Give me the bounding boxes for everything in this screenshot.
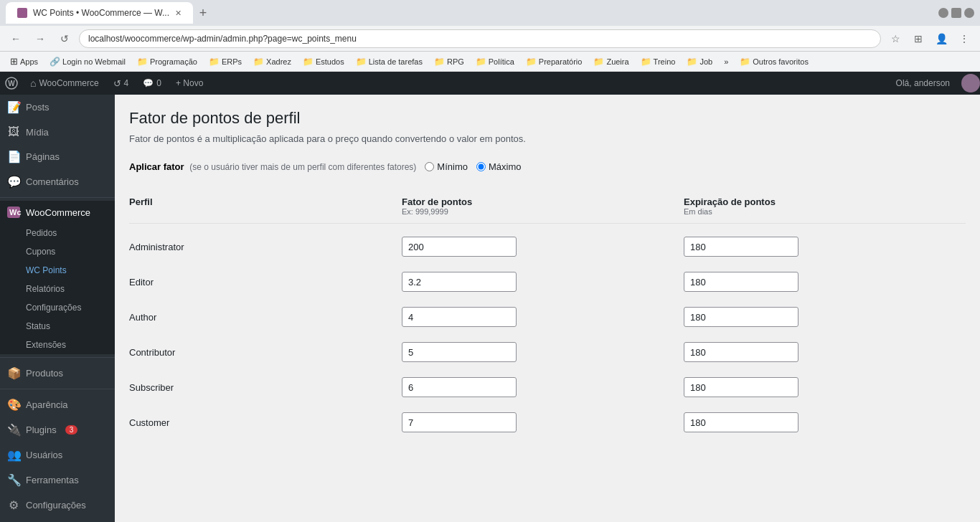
sidebar-sub-extensoes[interactable]: Extensões xyxy=(0,336,115,354)
col-header-fator: Fator de pontos Ex: 999,9999 xyxy=(402,196,684,216)
radio-minimo-label[interactable]: Mínimo xyxy=(425,161,468,172)
col-header-perfil: Perfil xyxy=(129,196,402,216)
table-header: Perfil Fator de pontos Ex: 999,9999 Expi… xyxy=(129,189,966,224)
sidebar-sub-pedidos[interactable]: Pedidos xyxy=(0,224,115,242)
admin-avatar[interactable] xyxy=(961,74,980,92)
expiracao-input-5[interactable] xyxy=(684,412,798,432)
sidebar-item-ferramentas[interactable]: 🔧 Ferramentas xyxy=(0,468,115,493)
comentarios-icon: 💬 xyxy=(7,175,20,189)
admin-bar-site[interactable]: ⌂ WooCommerce xyxy=(23,72,106,95)
back-button[interactable]: ← xyxy=(6,29,26,49)
bookmark-preparatorio[interactable]: 📁 Preparatório xyxy=(522,55,587,68)
table-row: Administrator xyxy=(129,229,966,265)
profile-name-4: Subscriber xyxy=(129,382,402,393)
expiracao-input-1[interactable] xyxy=(684,272,798,292)
new-tab-button[interactable]: + xyxy=(193,3,213,23)
configuracoes2-icon: ⚙ xyxy=(7,498,20,512)
bookmark-politica[interactable]: 📁 Política xyxy=(471,55,519,68)
sidebar-item-posts[interactable]: 📝 Posts xyxy=(0,95,115,120)
fator-input-1[interactable] xyxy=(402,272,517,292)
tab-favicon xyxy=(17,8,27,18)
sidebar-sub-wc-points[interactable]: WC Points xyxy=(0,261,115,280)
close-button[interactable] xyxy=(964,8,974,18)
profile-name-0: Administrator xyxy=(129,242,402,252)
bookmark-lista-tarefas[interactable]: 📁 Lista de tarefas xyxy=(352,55,427,68)
sidebar-item-midia[interactable]: 🖼 Mídia xyxy=(0,120,115,144)
sidebar-sub-cupons[interactable]: Cupons xyxy=(0,242,115,261)
sidebar-sub-relatorios[interactable]: Relatórios xyxy=(0,280,115,298)
wp-logo[interactable]: W xyxy=(0,72,23,95)
main-content: Fator de pontos de perfil Fator de ponto… xyxy=(115,95,980,522)
profile-name-5: Customer xyxy=(129,417,402,428)
browser-tab[interactable]: WC Points • WooCommerce — W... ✕ xyxy=(6,2,193,24)
sidebar-sub-status[interactable]: Status xyxy=(0,317,115,336)
maximize-button[interactable] xyxy=(951,8,961,18)
sidebar-item-plugins[interactable]: 🔌 Plugins 3 xyxy=(0,417,115,442)
bookmark-estudos[interactable]: 📁 Estudos xyxy=(298,55,349,68)
admin-bar-greeting: Olá, anderson xyxy=(889,78,957,88)
bookmark-treino[interactable]: 📁 Treino xyxy=(636,55,680,68)
midia-icon: 🖼 xyxy=(7,125,20,138)
sidebar-item-produtos[interactable]: 📦 Produtos xyxy=(0,361,115,386)
bookmark-outros-favoritos[interactable]: 📁 Outros favoritos xyxy=(735,55,813,68)
admin-bar-new[interactable]: + Novo xyxy=(169,72,210,95)
apply-factor-note: (se o usuário tiver mais de um perfil co… xyxy=(189,162,416,172)
browser-extension-button[interactable]: ⊞ xyxy=(908,29,928,49)
sidebar-sub-configuracoes[interactable]: Configurações xyxy=(0,298,115,317)
bookmark-apps[interactable]: ⊞ Apps xyxy=(6,54,42,68)
profile-name-1: Editor xyxy=(129,277,402,288)
expiracao-input-0[interactable] xyxy=(684,237,798,257)
minimize-button[interactable] xyxy=(938,8,948,18)
expiracao-input-4[interactable] xyxy=(684,377,798,397)
reload-button[interactable]: ↺ xyxy=(55,29,75,49)
sidebar-item-usuarios[interactable]: 👥 Usuários xyxy=(0,442,115,468)
bookmark-job[interactable]: 📁 Job xyxy=(682,55,717,68)
radio-maximo[interactable] xyxy=(476,162,486,171)
fator-input-5[interactable] xyxy=(402,412,517,432)
bookmark-rpg[interactable]: 📁 RPG xyxy=(430,55,468,68)
apply-factor-section: Aplicar fator (se o usuário tiver mais d… xyxy=(129,161,966,172)
bookmark-webmail[interactable]: 🔗 Login no Webmail xyxy=(45,55,130,68)
sidebar: 📝 Posts 🖼 Mídia 📄 Páginas 💬 Comentários … xyxy=(0,95,115,522)
col-header-expiracao: Expiração de pontos Em dias xyxy=(684,196,966,216)
browser-profile-button[interactable]: 👤 xyxy=(931,29,951,49)
fator-input-4[interactable] xyxy=(402,377,517,397)
woocommerce-icon: Wc xyxy=(7,207,20,218)
bookmarks-bar: ⊞ Apps 🔗 Login no Webmail 📁 Programação … xyxy=(0,52,980,72)
svg-text:W: W xyxy=(8,80,15,87)
ferramentas-icon: 🔧 xyxy=(7,473,20,487)
bookmark-xadrez[interactable]: 📁 Xadrez xyxy=(249,55,296,68)
bookmark-star-button[interactable]: ☆ xyxy=(885,29,905,49)
sidebar-item-woocommerce[interactable]: Wc WooCommerce xyxy=(0,201,115,224)
admin-bar-comments[interactable]: 💬 0 xyxy=(136,72,169,95)
tab-close-btn[interactable]: ✕ xyxy=(175,9,182,18)
bookmark-erps[interactable]: 📁 ERPs xyxy=(204,55,246,68)
expiracao-input-2[interactable] xyxy=(684,307,798,327)
sidebar-item-paginas[interactable]: 📄 Páginas xyxy=(0,144,115,169)
sidebar-item-comentarios[interactable]: 💬 Comentários xyxy=(0,169,115,194)
tab-title: WC Points • WooCommerce — W... xyxy=(33,8,169,18)
table-row: Editor xyxy=(129,265,966,300)
bookmark-more[interactable]: » xyxy=(720,56,732,67)
radio-minimo[interactable] xyxy=(425,162,434,171)
browser-menu-button[interactable]: ⋮ xyxy=(954,29,974,49)
table-row: Subscriber xyxy=(129,370,966,405)
address-bar[interactable]: localhost/woocommerce/wp-admin/admin.php… xyxy=(79,29,881,48)
produtos-icon: 📦 xyxy=(7,366,20,380)
table-row: Author xyxy=(129,300,966,335)
sidebar-item-aparencia[interactable]: 🎨 Aparência xyxy=(0,392,115,417)
bookmark-zueira[interactable]: 📁 Zueira xyxy=(589,55,633,68)
paginas-icon: 📄 xyxy=(7,150,20,163)
fator-input-0[interactable] xyxy=(402,237,517,257)
bookmark-programacao[interactable]: 📁 Programação xyxy=(133,55,202,68)
url-display: localhost/woocommerce/wp-admin/admin.php… xyxy=(88,34,357,44)
posts-icon: 📝 xyxy=(7,100,20,114)
forward-button[interactable]: → xyxy=(30,29,50,49)
admin-bar-updates[interactable]: ↺ 4 xyxy=(106,72,136,95)
sidebar-item-configuracoes2[interactable]: ⚙ Configurações xyxy=(0,493,115,518)
expiracao-input-3[interactable] xyxy=(684,342,798,362)
usuarios-icon: 👥 xyxy=(7,448,20,462)
radio-maximo-label[interactable]: Máximo xyxy=(476,161,522,172)
fator-input-3[interactable] xyxy=(402,342,517,362)
fator-input-2[interactable] xyxy=(402,307,517,327)
